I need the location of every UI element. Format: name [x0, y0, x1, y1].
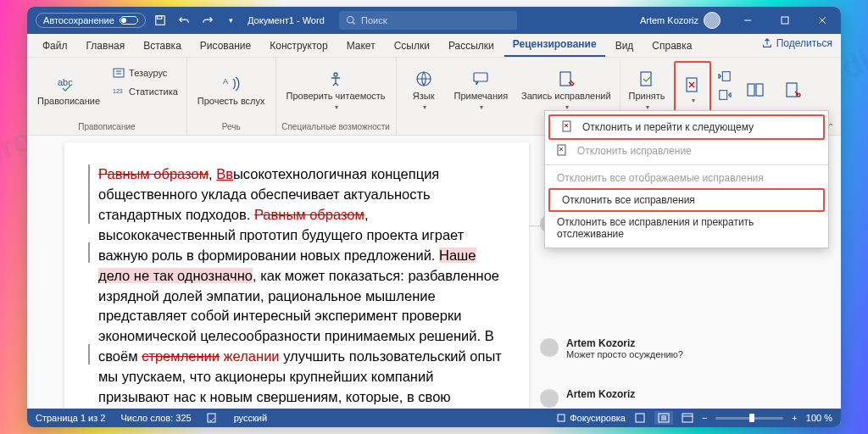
language-label: Язык — [413, 91, 435, 102]
deleted-text: Равным образом — [254, 207, 364, 222]
group-proofing: abc Правописание Тезаурус 123Статистика … — [27, 58, 187, 135]
share-label: Поделиться — [776, 37, 832, 49]
word-window: Автосохранение ▾ Документ1 - Word Поиск … — [27, 7, 841, 427]
ribbon-tabs: Файл Главная Вставка Рисование Конструкт… — [27, 34, 841, 58]
check-accessibility-label: Проверить читаемость — [287, 91, 386, 102]
avatar — [539, 388, 559, 409]
check-accessibility-button[interactable]: Проверить читаемость▾ — [281, 61, 391, 119]
group-accessibility-label: Специальные возможности — [281, 120, 390, 133]
comment-item[interactable]: Artem Kozoriz — [536, 383, 756, 409]
user-name: Artem Kozoriz — [640, 15, 698, 25]
save-icon[interactable] — [151, 11, 170, 30]
thesaurus-label: Тезаурус — [129, 68, 167, 78]
deleted-text: стремлении — [142, 348, 220, 364]
zoom-in-button[interactable]: + — [792, 413, 797, 423]
reject-shown: Отклонить все отображаемые исправления — [545, 168, 828, 188]
view-print-icon[interactable] — [634, 413, 646, 423]
tab-home[interactable]: Главная — [78, 36, 134, 57]
minimize-button[interactable] — [729, 7, 766, 34]
svg-rect-14 — [722, 72, 730, 81]
reject-icon — [681, 75, 704, 95]
svg-rect-18 — [787, 83, 797, 97]
group-accessibility: Проверить читаемость▾ Специальные возмож… — [276, 58, 397, 135]
zoom-level[interactable]: 100 % — [806, 413, 832, 423]
group-proofing-label: Правописание — [78, 120, 135, 133]
inserted-text: Вв — [216, 166, 233, 181]
track-label: Запись исправлений — [521, 91, 610, 102]
reject-all-label: Отклонить все исправления — [562, 194, 695, 206]
share-button[interactable]: Поделиться — [761, 37, 832, 49]
reject-change-icon — [557, 144, 570, 158]
comments-label: Примечания — [454, 91, 509, 102]
view-web-icon[interactable] — [682, 413, 693, 423]
page[interactable]: Равным образом, Ввысокотехнологичная кон… — [64, 142, 529, 409]
svg-rect-3 — [782, 17, 788, 24]
spelling-icon: abc — [57, 74, 81, 94]
change-bar — [88, 344, 90, 364]
zoom-slider[interactable] — [715, 417, 783, 420]
tab-review[interactable]: Рецензирование — [504, 34, 605, 57]
reject-all[interactable]: Отклонить все исправления — [548, 188, 825, 212]
search-box[interactable]: Поиск — [339, 11, 517, 30]
autosave-toggle[interactable]: Автосохранение — [36, 13, 146, 28]
document-title: Документ1 - Word — [248, 15, 325, 25]
stats-icon: 123 — [112, 85, 125, 98]
comment-item[interactable]: Artem KozorizМожет просто осуждению? — [536, 332, 756, 364]
next-change-button[interactable] — [715, 86, 735, 103]
spelling-label: Правописание — [37, 96, 100, 107]
read-aloud-button[interactable]: A Прочесть вслух — [192, 61, 270, 119]
tab-insert[interactable]: Вставка — [135, 36, 190, 57]
status-spellcheck-icon[interactable] — [207, 413, 219, 423]
ribbon: abc Правописание Тезаурус 123Статистика … — [27, 58, 841, 136]
redo-icon[interactable] — [198, 11, 217, 30]
search-icon — [346, 15, 356, 25]
deleted-text: Равным образом — [98, 166, 209, 181]
svg-rect-15 — [719, 91, 726, 100]
comment-text: Может просто осуждению? — [566, 349, 683, 359]
next-icon — [718, 88, 732, 102]
paragraph: Равным образом, Ввысокотехнологичная кон… — [98, 164, 505, 409]
status-page[interactable]: Страница 1 из 2 — [36, 413, 105, 423]
zoom-out-button[interactable]: − — [702, 413, 707, 423]
status-bar: Страница 1 из 2 Число слов: 325 русский … — [27, 409, 841, 427]
prev-change-button[interactable] — [715, 68, 735, 85]
reject-all-stop[interactable]: Отклонить все исправления и прекратить о… — [545, 212, 828, 244]
comment-connector — [529, 225, 546, 226]
status-word-count[interactable]: Число слов: 325 — [120, 413, 191, 423]
reject-next-label: Отклонить и перейти к следующему — [582, 121, 754, 133]
tab-help[interactable]: Справка — [643, 36, 700, 57]
tab-layout[interactable]: Макет — [338, 36, 384, 57]
reject-shown-label: Отклонить все отображаемые исправления — [557, 172, 764, 184]
reject-change: Отклонить исправление — [545, 140, 828, 162]
tab-draw[interactable]: Рисование — [192, 36, 259, 57]
compare-icon — [743, 80, 767, 100]
svg-text:123: 123 — [113, 88, 123, 94]
close-button[interactable] — [804, 7, 841, 34]
statistics-button[interactable]: 123Статистика — [108, 83, 181, 100]
tab-view[interactable]: Вид — [607, 36, 643, 57]
group-speech-label: Речь — [222, 120, 241, 133]
language-button[interactable]: Язык▾ — [402, 61, 446, 119]
tab-file[interactable]: Файл — [34, 36, 76, 57]
share-icon — [761, 37, 773, 49]
protect-icon — [781, 80, 804, 100]
tab-references[interactable]: Ссылки — [386, 36, 438, 57]
focus-mode-button[interactable]: Фокусировка — [556, 413, 626, 423]
comments-button[interactable]: Примечания▾ — [449, 61, 514, 119]
toggle-off-icon — [120, 16, 138, 25]
view-read-icon[interactable] — [654, 411, 673, 425]
status-language[interactable]: русский — [234, 413, 267, 423]
accept-icon — [635, 69, 659, 89]
user-account[interactable]: Artem Kozoriz — [632, 12, 729, 29]
tab-design[interactable]: Конструктор — [261, 36, 336, 57]
reject-and-next[interactable]: Отклонить и перейти к следующему — [548, 114, 825, 140]
spelling-button[interactable]: abc Правописание — [32, 61, 105, 119]
svg-point-2 — [348, 17, 354, 24]
svg-rect-26 — [682, 414, 693, 422]
tab-mail[interactable]: Рассылки — [440, 36, 503, 57]
accessibility-icon — [324, 69, 348, 89]
maximize-button[interactable] — [766, 7, 804, 34]
thesaurus-button[interactable]: Тезаурус — [108, 64, 181, 81]
qat-dropdown-icon[interactable]: ▾ — [222, 11, 241, 30]
undo-icon[interactable] — [175, 11, 193, 30]
